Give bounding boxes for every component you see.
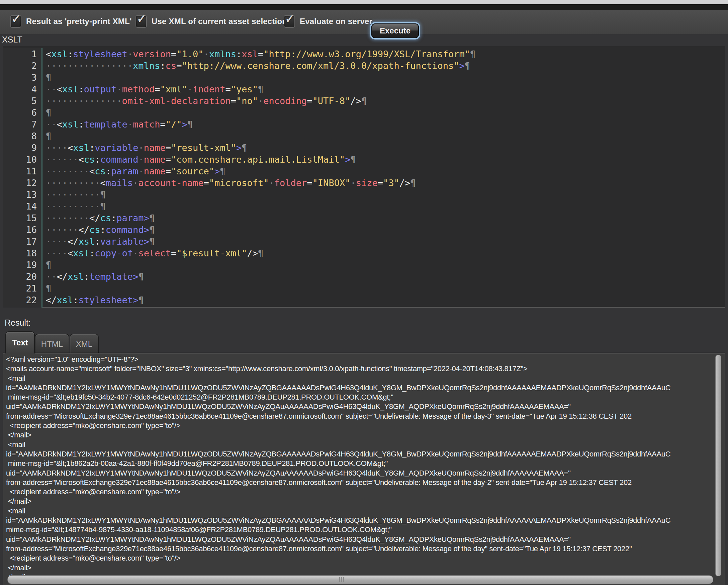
line-number: 16 <box>3 224 42 236</box>
window-top-gap <box>0 5 728 10</box>
code-line: 17····</xsl:variable>¶ <box>3 236 725 247</box>
tab-xml[interactable]: XML <box>70 334 99 353</box>
line-number: 14 <box>3 201 42 212</box>
line-number: 10 <box>3 154 42 165</box>
horizontal-scrollbar[interactable] <box>7 575 713 584</box>
code-content: ······</cs:command>¶ <box>42 224 725 236</box>
code-line: 12··········<mails·account-name="microso… <box>3 177 725 189</box>
result-line: <recipient address="mko@censhare.com" ty… <box>6 554 714 563</box>
result-line: <mail <box>6 374 714 383</box>
line-number: 4 <box>3 83 42 95</box>
result-line: from-address="MicrosoftExchange329e71ec8… <box>6 544 714 554</box>
tab-html[interactable]: HTML <box>35 334 69 353</box>
code-line: 15········</cs:param>¶ <box>3 212 725 224</box>
code-line: 9····<xsl:variable·name="result-xml">¶ <box>3 142 725 154</box>
result-line: <recipient address="mko@censhare.com" ty… <box>6 421 714 430</box>
code-content: ····<xsl:variable·name="result-xml">¶ <box>42 142 725 154</box>
result-line: </mail> <box>6 430 714 440</box>
result-output-text[interactable]: <?xml version="1.0" encoding="UTF-8"?><m… <box>6 355 714 576</box>
result-line: </mail> <box>6 563 714 573</box>
window-top-strip <box>0 0 728 5</box>
code-line: 6¶ <box>3 107 725 119</box>
line-number: 11 <box>3 165 42 177</box>
code-content: ··<xsl:template·match="/">¶ <box>42 119 725 130</box>
code-content: ··········¶ <box>42 201 725 212</box>
line-number: 12 <box>3 177 42 189</box>
line-number: 7 <box>3 119 42 130</box>
result-line: from-address="MicrosoftExchange329e71ec8… <box>6 478 714 487</box>
pretty-print-checkbox-label: Result as 'pretty-print XML' <box>26 17 132 26</box>
editor-filler <box>3 306 725 308</box>
code-content: ¶ <box>42 72 725 83</box>
code-line: 21¶ <box>3 282 725 294</box>
xslt-section-label: XSLT <box>2 35 22 45</box>
code-content: ··········<mails·account-name="microsoft… <box>42 177 725 189</box>
result-line: uid="AAMkADRkNDM1Y2IxLWY1MWYtNDAwNy1hMDU… <box>6 535 714 544</box>
line-number: 13 <box>3 189 42 201</box>
result-line: <mail <box>6 506 714 516</box>
line-number: 17 <box>3 236 42 247</box>
code-content: ······<cs:command·name="com.censhare.api… <box>42 154 725 165</box>
code-line: 5··············omit-xml-declaration="no"… <box>3 95 725 107</box>
line-number: 2 <box>3 60 42 72</box>
result-line: <mail <box>6 440 714 450</box>
code-line: 8¶ <box>3 130 725 142</box>
line-number: 15 <box>3 212 42 224</box>
result-line: uid="AAMkADRkNDM1Y2IxLWY1MWYtNDAwNy1hMDU… <box>6 402 714 411</box>
line-number: 8 <box>3 130 42 142</box>
evaluate-on-server-checkbox-label: Evaluate on server <box>300 17 372 26</box>
code-content: ··········¶ <box>42 189 725 201</box>
result-output-panel[interactable]: <?xml version="1.0" encoding="UTF-8"?><m… <box>3 353 725 585</box>
line-number: 1 <box>3 48 42 60</box>
code-line: 20··</xsl:template>¶ <box>3 271 725 282</box>
line-number: 21 <box>3 282 42 294</box>
code-content: <xsl:stylesheet·version="1.0"·xmlns:xsl=… <box>42 48 725 60</box>
code-content: ¶ <box>42 107 725 119</box>
checkmark-icon: ✓ <box>285 13 295 24</box>
result-line: </mail> <box>6 497 714 506</box>
result-line: <?xml version="1.0" encoding="UTF-8"?> <box>6 355 714 364</box>
code-line: 14··········¶ <box>3 201 725 212</box>
evaluate-on-server-checkbox-group: ✓ Evaluate on server <box>284 15 372 28</box>
line-number: 9 <box>3 142 42 154</box>
code-content: ··</xsl:template>¶ <box>42 271 725 282</box>
result-line: id="AAMkADRkNDM1Y2IxLWY1MWYtNDAwNy1hMDU1… <box>6 383 714 392</box>
line-number: 6 <box>3 107 42 119</box>
code-line: 1<xsl:stylesheet·version="1.0"·xmlns:xsl… <box>3 48 725 60</box>
result-line: mime-msg-id="&lt;eb19fc50-34b2-4077-8dc6… <box>6 392 714 402</box>
code-content: ··············omit-xml-declaration="no"·… <box>42 95 725 107</box>
use-xml-checkbox-label: Use XML of current asset selection <box>152 17 287 26</box>
line-number: 19 <box>3 259 42 271</box>
result-line: <recipient address="mko@censhare.com" ty… <box>6 487 714 497</box>
scrollbar-grip-icon <box>339 577 344 582</box>
result-tab-bar: Text HTML XML <box>0 331 728 353</box>
checkmark-icon: ✓ <box>11 13 21 24</box>
code-content: ················xmlns:cs="http://www.cen… <box>42 60 725 72</box>
code-content: ····</xsl:variable>¶ <box>42 236 725 247</box>
execute-button[interactable]: Execute <box>371 23 419 38</box>
result-line: id="AAMkADRkNDM1Y2IxLWY1MWYtNDAwNy1hMDU1… <box>6 516 714 525</box>
result-line: id="AAMkADRkNDM1Y2IxLWY1MWYtNDAwNy1hMDU1… <box>6 450 714 459</box>
vertical-scrollbar[interactable] <box>715 355 721 576</box>
line-number: 18 <box>3 247 42 259</box>
tab-text[interactable]: Text <box>5 331 35 353</box>
result-line: mime-msg-id="&lt;1b862a2b-00aa-42a1-880f… <box>6 459 714 468</box>
code-line: 4··<xsl:output·method="xml"·indent="yes"… <box>3 83 725 95</box>
line-number: 5 <box>3 95 42 107</box>
line-number: 20 <box>3 271 42 282</box>
use-xml-checkbox[interactable]: ✓ <box>135 15 147 28</box>
result-section-label: Result: <box>5 318 31 328</box>
evaluate-on-server-checkbox[interactable]: ✓ <box>284 15 295 28</box>
code-line: 19¶ <box>3 259 725 271</box>
code-line: 16······</cs:command>¶ <box>3 224 725 236</box>
code-content: ····<xsl:copy-of·select="$result-xml"/>¶ <box>42 247 725 259</box>
code-content: ¶ <box>42 130 725 142</box>
code-line: 11········<cs:param·name="source">¶ <box>3 165 725 177</box>
xslt-code-editor[interactable]: 1<xsl:stylesheet·version="1.0"·xmlns:xsl… <box>3 46 725 308</box>
pretty-print-checkbox[interactable]: ✓ <box>10 15 21 28</box>
checkmark-icon: ✓ <box>137 13 147 24</box>
code-content: ········</cs:param>¶ <box>42 212 725 224</box>
line-number: 3 <box>3 72 42 83</box>
result-line: uid="AAMkADRkNDM1Y2IxLWY1MWYtNDAwNy1hMDU… <box>6 468 714 478</box>
use-xml-checkbox-group: ✓ Use XML of current asset selection <box>135 15 287 28</box>
